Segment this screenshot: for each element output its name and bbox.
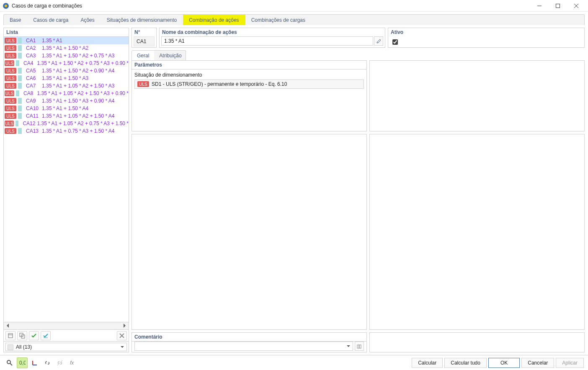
row-formula: 1.35 * A1 + 1.50 * A2 + 0.90 * A4: [42, 68, 114, 74]
app-icon: [3, 3, 9, 9]
row-swatch-icon: [18, 38, 22, 44]
list-row[interactable]: ULSCA31.35 * A1 + 1.50 * A2 + 0.75 * A3: [4, 52, 129, 59]
unlink-tool-button[interactable]: [54, 357, 65, 368]
list-header: Lista: [4, 28, 129, 37]
row-formula: 1.35 * A1 + 1.05 * A2 + 1.50 * A4: [42, 113, 114, 119]
list-horizontal-scrollbar[interactable]: [4, 322, 129, 329]
uls-tag: ULS: [5, 68, 16, 74]
pencil-icon: [376, 39, 382, 44]
search-tool-button[interactable]: [4, 357, 15, 368]
link-tool-button[interactable]: [42, 357, 53, 368]
row-id: CA11: [26, 113, 40, 119]
uls-tag: ULS: [5, 60, 14, 66]
list-row[interactable]: ULSCA71.35 * A1 + 1.05 * A2 + 1.50 * A3: [4, 82, 129, 90]
comment-side-blank: [369, 332, 585, 352]
select-all-button[interactable]: [29, 331, 39, 340]
name-input[interactable]: [161, 36, 373, 46]
list-filter-select[interactable]: All (13): [5, 343, 127, 351]
comment-library-button[interactable]: [355, 342, 364, 351]
list-row[interactable]: ULSCA121.35 * A1 + 1.05 * A2 + 0.75 * A3…: [4, 120, 129, 127]
empty-panel-top-right: [369, 60, 585, 131]
row-id: CA12: [23, 121, 35, 126]
window-title: Casos de carga e combinações: [12, 3, 530, 9]
row-swatch-icon: [15, 121, 18, 126]
comment-select[interactable]: [134, 342, 353, 351]
uls-tag: ULS: [5, 98, 16, 104]
list-panel: Lista ULSCA11.35 * A1ULSCA21.35 * A1 + 1…: [3, 28, 129, 352]
axes-tool-button[interactable]: [29, 357, 40, 368]
copy-item-button[interactable]: [17, 331, 27, 340]
list-row[interactable]: ULSCA61.35 * A1 + 1.50 * A3: [4, 75, 129, 82]
uls-tag: ULS: [5, 105, 16, 111]
list-row[interactable]: ULSCA11.35 * A1: [4, 37, 129, 44]
units-tool-button[interactable]: 0,00: [17, 357, 28, 368]
number-value: CA1: [134, 36, 155, 46]
subtab-geral[interactable]: Geral: [132, 51, 154, 60]
calculate-button[interactable]: Calcular: [412, 358, 443, 368]
deselect-all-button[interactable]: [41, 331, 51, 340]
detail-panel: N° CA1 Nome da combinação de ações Ativo…: [132, 28, 585, 352]
main-tabstrip: Base Casos de carga Ações Situações de d…: [3, 14, 585, 25]
row-swatch-icon: [18, 53, 22, 59]
row-id: CA4: [23, 60, 35, 66]
dialog-footer: 0,00 fx Calcular Calcular tudo OK Cancel…: [0, 355, 588, 370]
row-formula: 1.35 * A1: [42, 38, 62, 44]
list-row[interactable]: ULSCA41.35 * A1 + 1.50 * A2 + 0.75 * A3 …: [4, 59, 129, 67]
comment-header: Comentário: [132, 333, 366, 342]
new-item-button[interactable]: [5, 331, 15, 340]
svg-point-15: [7, 360, 10, 364]
delete-item-button[interactable]: [117, 331, 127, 340]
design-situation-row[interactable]: ULS SD1 - ULS (STR/GEO) - permanente e t…: [134, 80, 364, 89]
row-id: CA6: [26, 75, 40, 81]
list-row[interactable]: ULSCA21.35 * A1 + 1.50 * A2: [4, 44, 129, 52]
row-swatch-icon: [18, 98, 22, 104]
list-toolbar: [4, 329, 129, 341]
list-body[interactable]: ULSCA11.35 * A1ULSCA21.35 * A1 + 1.50 * …: [4, 37, 129, 322]
calculate-all-button[interactable]: Calcular tudo: [444, 358, 487, 368]
tab-acoes[interactable]: Ações: [75, 15, 101, 25]
row-id: CA2: [26, 45, 40, 51]
list-row[interactable]: ULSCA131.35 * A1 + 0.75 * A3 + 1.50 * A4: [4, 127, 129, 135]
row-formula: 1.35 * A1 + 1.50 * A2: [42, 45, 88, 51]
list-row[interactable]: ULSCA51.35 * A1 + 1.50 * A2 + 0.90 * A4: [4, 67, 129, 75]
row-swatch-icon: [18, 113, 22, 119]
uls-tag: ULS: [137, 81, 149, 87]
ok-button[interactable]: OK: [488, 358, 520, 368]
subtab-atribuicao[interactable]: Atribuição: [154, 51, 186, 60]
row-formula: 1.35 * A1 + 1.05 * A2 + 1.50 * A3 + 0.90…: [37, 90, 129, 96]
apply-button[interactable]: Aplicar: [556, 358, 584, 368]
uls-tag: ULS: [5, 90, 14, 96]
row-id: CA5: [26, 68, 40, 74]
svg-rect-6: [8, 334, 13, 338]
list-row[interactable]: ULSCA101.35 * A1 + 1.50 * A4: [4, 105, 129, 112]
row-id: CA3: [26, 53, 40, 59]
tab-situacoes[interactable]: Situações de dimensionamento: [101, 15, 183, 25]
cancel-button[interactable]: Cancelar: [521, 358, 554, 368]
edit-name-button[interactable]: [374, 36, 383, 46]
minimize-button[interactable]: [530, 0, 549, 12]
tab-combinacoes-de-cargas[interactable]: Combinações de cargas: [245, 15, 312, 25]
list-row[interactable]: ULSCA81.35 * A1 + 1.05 * A2 + 1.50 * A3 …: [4, 90, 129, 97]
tab-combinacao-de-acoes[interactable]: Combinação de ações: [183, 15, 245, 25]
empty-panel-bottom-right: [369, 134, 585, 330]
active-checkbox[interactable]: [392, 39, 398, 45]
uls-tag: ULS: [5, 38, 16, 44]
list-row[interactable]: ULSCA111.35 * A1 + 1.05 * A2 + 1.50 * A4: [4, 112, 129, 120]
active-header: Ativo: [388, 28, 584, 36]
row-formula: 1.35 * A1 + 1.50 * A3 + 0.90 * A4: [42, 98, 114, 104]
design-situation-value: SD1 - ULS (STR/GEO) - permanente e tempo…: [152, 81, 287, 87]
tab-casos-de-carga[interactable]: Casos de carga: [27, 15, 75, 25]
library-icon: [357, 344, 362, 349]
maximize-button[interactable]: [549, 0, 567, 12]
row-swatch-icon: [18, 105, 22, 111]
tab-base[interactable]: Base: [4, 15, 27, 25]
name-panel: Nome da combinação de ações: [159, 28, 385, 48]
row-id: CA1: [26, 38, 40, 44]
uls-tag: ULS: [5, 53, 16, 59]
row-swatch-icon: [16, 60, 19, 66]
function-tool-button[interactable]: fx: [67, 357, 78, 368]
list-row[interactable]: ULSCA91.35 * A1 + 1.50 * A3 + 0.90 * A4: [4, 97, 129, 105]
svg-rect-13: [357, 345, 359, 348]
close-button[interactable]: [567, 0, 585, 12]
row-swatch-icon: [18, 128, 22, 134]
